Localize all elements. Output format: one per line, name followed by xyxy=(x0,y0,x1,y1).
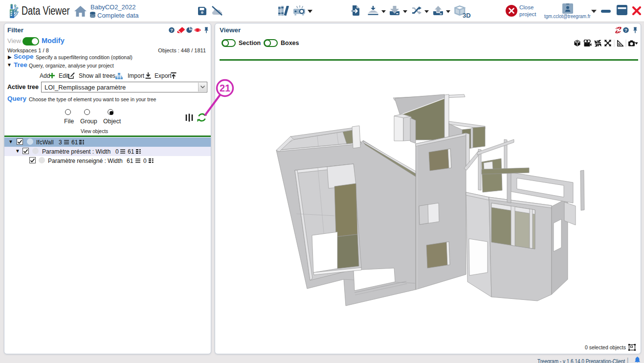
svg-text:?: ? xyxy=(170,27,173,33)
svg-text:21: 21 xyxy=(220,83,230,93)
svg-text:3D: 3D xyxy=(463,12,471,18)
